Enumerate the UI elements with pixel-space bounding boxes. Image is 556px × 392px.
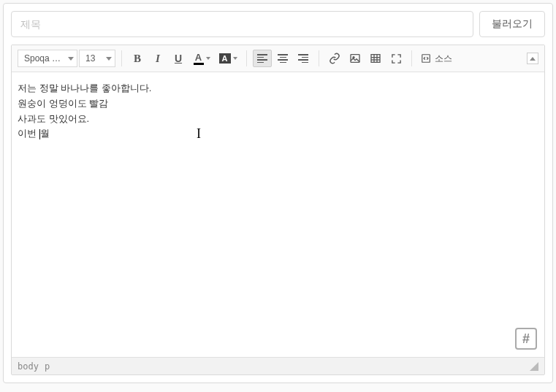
- source-label: 소스: [435, 53, 452, 65]
- table-icon: [370, 53, 381, 64]
- background-color-button[interactable]: A: [216, 50, 240, 67]
- chevron-up-icon: [530, 57, 536, 61]
- image-button[interactable]: [346, 50, 365, 67]
- status-bar: bodyp: [12, 357, 544, 374]
- align-left-icon: [257, 54, 267, 63]
- code-icon: [421, 53, 431, 64]
- underline-icon: U: [175, 53, 182, 64]
- fullscreen-icon: [391, 53, 402, 64]
- font-size-dropdown[interactable]: 13: [79, 50, 115, 67]
- svg-rect-2: [371, 55, 380, 63]
- underline-button[interactable]: U: [169, 50, 188, 67]
- font-color-button[interactable]: A: [189, 50, 214, 67]
- resize-handle[interactable]: [530, 362, 538, 371]
- align-right-button[interactable]: [294, 50, 313, 67]
- load-button[interactable]: 불러오기: [479, 11, 545, 37]
- toolbar: Spoqa H... 13 B I U A A: [12, 45, 544, 72]
- italic-icon: I: [156, 53, 160, 65]
- fullscreen-button[interactable]: [386, 50, 405, 67]
- font-size-label: 13: [85, 53, 103, 64]
- editor: Spoqa H... 13 B I U A A: [11, 45, 545, 375]
- title-input[interactable]: [11, 11, 473, 37]
- align-right-icon: [298, 54, 308, 63]
- hashtag-button[interactable]: #: [515, 328, 537, 350]
- separator: [121, 50, 122, 66]
- text-line: 저는 정말 바나나를 좋아합니다.: [18, 81, 538, 96]
- path-body[interactable]: body: [18, 361, 39, 372]
- separator: [411, 50, 412, 66]
- chevron-down-icon: [233, 57, 237, 60]
- collapse-toolbar-button[interactable]: [527, 53, 538, 64]
- editor-container: 불러오기 Spoqa H... 13 B I U A A: [3, 3, 553, 383]
- link-icon: [329, 53, 340, 64]
- text-line: 이번 월: [18, 126, 538, 142]
- separator: [246, 50, 247, 66]
- font-family-dropdown[interactable]: Spoqa H...: [18, 50, 77, 67]
- italic-button[interactable]: I: [148, 50, 167, 67]
- align-left-button[interactable]: [253, 50, 272, 67]
- align-center-icon: [278, 54, 288, 63]
- align-center-button[interactable]: [273, 50, 292, 67]
- chevron-down-icon: [206, 57, 210, 60]
- source-button[interactable]: 소스: [418, 50, 455, 67]
- title-row: 불러오기: [11, 11, 545, 37]
- chevron-down-icon: [106, 57, 112, 61]
- element-path[interactable]: bodyp: [18, 361, 56, 372]
- font-color-icon: A: [194, 53, 204, 65]
- separator: [319, 50, 319, 66]
- bold-button[interactable]: B: [128, 50, 147, 67]
- text-line: 원숭이 엉덩이도 빨감: [18, 96, 538, 112]
- path-p[interactable]: p: [45, 361, 50, 372]
- font-family-label: Spoqa H...: [24, 53, 65, 64]
- chevron-down-icon: [68, 57, 74, 61]
- background-color-icon: A: [219, 53, 231, 64]
- text-line: 사과도 맛있어요.: [18, 112, 538, 127]
- link-button[interactable]: [325, 50, 344, 67]
- editor-content[interactable]: 저는 정말 바나나를 좋아합니다. 원숭이 엉덩이도 빨감 사과도 맛있어요. …: [12, 72, 544, 357]
- bold-icon: B: [134, 53, 141, 65]
- image-icon: [349, 53, 361, 64]
- table-button[interactable]: [366, 50, 385, 67]
